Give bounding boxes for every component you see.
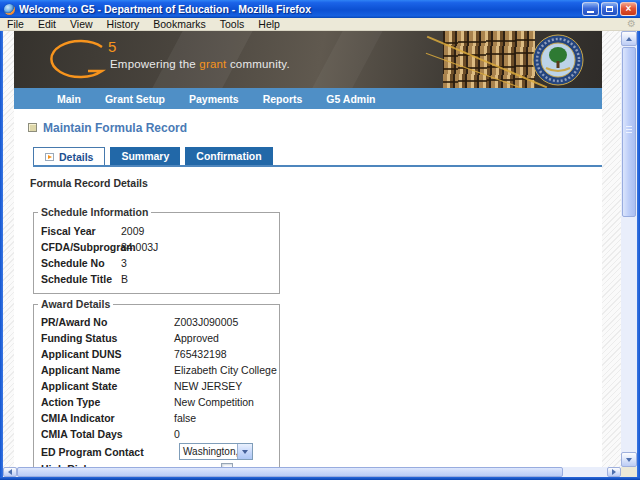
tab-confirmation[interactable]: Confirmation — [185, 147, 272, 165]
tab-arrow-icon — [45, 153, 54, 161]
menu-item-help[interactable]: Help — [251, 18, 287, 31]
horizontal-scrollbar-thumb[interactable] — [17, 467, 563, 477]
arrow-left-icon — [8, 469, 12, 475]
award-value-action-type: New Competition — [174, 396, 254, 408]
tabs-row: DetailsSummaryConfirmation — [33, 147, 602, 167]
menu-item-bookmarks[interactable]: Bookmarks — [146, 18, 213, 31]
schedule-label-cfda-subprogram: CFDA/Subprogram — [41, 241, 121, 253]
ed-program-contact-value: Washington, Ed — [180, 446, 237, 457]
department-of-education-seal — [532, 34, 584, 86]
restore-button[interactable] — [601, 2, 618, 16]
award-row-funding-status: Funding StatusApproved — [34, 330, 279, 346]
dropdown-button[interactable] — [237, 444, 252, 459]
section-title: Formula Record Details — [30, 177, 602, 189]
award-details-rows: PR/Award NoZ003J090005Funding StatusAppr… — [34, 314, 279, 467]
nav-reports[interactable]: Reports — [263, 93, 303, 105]
award-value-pr-award-no: Z003J090005 — [174, 316, 238, 328]
bullet-square-icon — [28, 123, 37, 132]
menu-item-file[interactable]: File — [0, 18, 31, 31]
vertical-scrollbar-thumb[interactable] — [622, 47, 636, 217]
menu-item-tools[interactable]: Tools — [213, 18, 252, 31]
menu-bar: FileEditViewHistoryBookmarksToolsHelp ⚙ — [0, 18, 640, 31]
tab-label-details: Details — [59, 148, 93, 166]
schedule-information-rows: Fiscal Year2009CFDA/Subprogram84.003JSch… — [34, 223, 279, 287]
bookshelf-shelves — [443, 31, 535, 88]
minimize-icon — [587, 11, 594, 13]
award-row-ed-program-contact: ED Program ContactWashington, Ed — [34, 442, 279, 461]
schedule-value-schedule-no: 3 — [121, 257, 127, 269]
menu-bar-items: FileEditViewHistoryBookmarksToolsHelp — [0, 18, 287, 31]
award-label-ed-program-contact: ED Program Contact — [41, 446, 174, 458]
tab-label-summary: Summary — [121, 150, 169, 162]
scroll-right-button[interactable] — [607, 467, 621, 477]
award-value-applicant-duns: 765432198 — [174, 348, 227, 360]
scroll-up-button[interactable] — [621, 31, 637, 46]
schedule-label-schedule-title: Schedule Title — [41, 273, 121, 285]
arrow-up-icon — [626, 37, 632, 41]
award-label-action-type: Action Type — [41, 396, 174, 408]
schedule-row-cfda-subprogram: CFDA/Subprogram84.003J — [34, 239, 279, 255]
award-label-funding-status: Funding Status — [41, 332, 174, 344]
schedule-row-schedule-title: Schedule TitleB — [34, 271, 279, 287]
award-label-applicant-state: Applicant State — [41, 380, 174, 392]
nav-main[interactable]: Main — [57, 93, 81, 105]
minimize-button[interactable] — [582, 2, 599, 16]
schedule-value-fiscal-year: 2009 — [121, 225, 144, 237]
browser-viewport: 5 Empowering the grant community. MainGr… — [3, 31, 637, 477]
vertical-scrollbar[interactable] — [621, 31, 637, 467]
award-details-legend: Award Details — [38, 298, 113, 310]
schedule-label-fiscal-year: Fiscal Year — [41, 225, 121, 237]
ed-program-contact-select[interactable]: Washington, Ed — [179, 443, 253, 460]
award-label-cmia-indicator: CMIA Indicator — [41, 412, 174, 424]
activity-indicator-icon: ⚙ — [627, 19, 636, 29]
menu-item-view[interactable]: View — [63, 18, 100, 31]
tab-label-confirmation: Confirmation — [196, 150, 261, 162]
heading-row: Maintain Formula Record — [28, 121, 602, 134]
scroll-left-button[interactable] — [3, 467, 17, 477]
arrow-down-icon — [626, 458, 632, 462]
schedule-value-schedule-title: B — [121, 273, 128, 285]
page-right-margin — [602, 31, 621, 467]
schedule-row-fiscal-year: Fiscal Year2009 — [34, 223, 279, 239]
firefox-window: Welcome to G5 - Department of Education … — [0, 0, 640, 480]
award-label-cmia-total-days: CMIA Total Days — [41, 428, 174, 440]
banner-light-streak — [300, 31, 388, 88]
award-label-applicant-name: Applicant Name — [41, 364, 174, 376]
horizontal-scrollbar[interactable] — [3, 467, 621, 477]
nav-grant-setup[interactable]: Grant Setup — [105, 93, 165, 105]
schedule-label-schedule-no: Schedule No — [41, 257, 121, 269]
title-bar[interactable]: Welcome to G5 - Department of Education … — [0, 0, 640, 18]
scrollbar-corner — [621, 467, 637, 477]
award-row-applicant-name: Applicant NameElizabeth City College — [34, 362, 279, 378]
schedule-information-fieldset: Schedule Information Fiscal Year2009CFDA… — [33, 212, 280, 294]
g5-banner: 5 Empowering the grant community. — [14, 31, 602, 88]
award-details-fieldset: Award Details PR/Award NoZ003J090005Fund… — [33, 304, 280, 467]
scroll-down-button[interactable] — [621, 452, 637, 467]
restore-icon — [606, 6, 613, 12]
bookshelf-photo — [443, 31, 535, 88]
award-row-applicant-duns: Applicant DUNS765432198 — [34, 346, 279, 362]
tab-summary[interactable]: Summary — [110, 147, 180, 165]
menu-item-history[interactable]: History — [100, 18, 147, 31]
page-left-margin — [3, 31, 14, 467]
award-row-cmia-total-days: CMIA Total Days0 — [34, 426, 279, 442]
schedule-value-cfda-subprogram: 84.003J — [121, 241, 158, 253]
nav-g5-admin[interactable]: G5 Admin — [326, 93, 375, 105]
award-value-applicant-state: NEW JERSEY — [174, 380, 242, 392]
close-button[interactable]: × — [620, 2, 637, 16]
page-title: Maintain Formula Record — [43, 121, 187, 135]
tagline-pre: Empowering the — [110, 58, 199, 70]
award-label-pr-award-no: PR/Award No — [41, 316, 174, 328]
nav-payments[interactable]: Payments — [189, 93, 239, 105]
award-row-action-type: Action TypeNew Competition — [34, 394, 279, 410]
award-value-applicant-name: Elizabeth City College — [174, 364, 277, 376]
schedule-information-legend: Schedule Information — [38, 206, 151, 218]
award-row-pr-award-no: PR/Award NoZ003J090005 — [34, 314, 279, 330]
award-row-cmia-indicator: CMIA Indicatorfalse — [34, 410, 279, 426]
award-label-applicant-duns: Applicant DUNS — [41, 348, 174, 360]
main-area: Maintain Formula Record DetailsSummaryCo… — [14, 109, 602, 467]
tab-details[interactable]: Details — [33, 147, 105, 165]
menu-item-edit[interactable]: Edit — [31, 18, 63, 31]
tagline-grant: grant — [199, 58, 226, 70]
window-title: Welcome to G5 - Department of Education … — [19, 3, 580, 15]
